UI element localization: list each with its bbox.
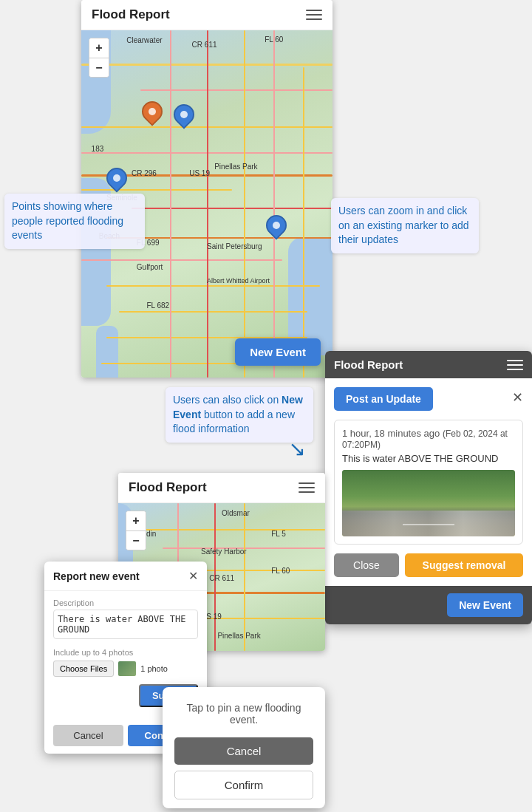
s-label-fl60: FL 60 xyxy=(271,567,290,575)
annotation-new-event-bold: New Event xyxy=(173,394,303,420)
second-zoom-controls[interactable]: + − xyxy=(126,511,146,550)
second-map-header: Flood Report xyxy=(118,473,325,503)
annotation-zoom-text: Users can zoom in and click on an existi… xyxy=(338,205,469,245)
pin-dialog: Tap to pin a new flooding event. Cancel … xyxy=(163,687,325,808)
map-label-cr296: CR 296 xyxy=(132,169,157,177)
annotation-points-text: Points showing where people reported flo… xyxy=(12,200,123,241)
post-update-button[interactable]: Post an Update xyxy=(334,387,433,411)
annotation-new-event-text: Users can also click on New Event button… xyxy=(173,394,303,434)
include-photos-label: Include up to 4 photos xyxy=(53,648,198,657)
flood-popup-header: Flood Report xyxy=(325,351,532,378)
main-map-title: Flood Report xyxy=(92,7,170,22)
flood-popup-close-icon[interactable]: ✕ xyxy=(512,389,523,406)
marker-2[interactable] xyxy=(142,101,163,128)
map-label-stpete: Saint Petersburg xyxy=(207,242,262,250)
popup-new-event-button[interactable]: New Event xyxy=(447,593,523,617)
annotation-points: Points showing where people reported flo… xyxy=(4,194,145,249)
main-map-menu-icon[interactable] xyxy=(306,10,322,20)
zoom-in-button[interactable]: + xyxy=(89,38,109,58)
event-card: 1 hour, 18 minutes ago (Feb 02, 2024 at … xyxy=(334,420,523,545)
new-event-button[interactable]: New Event xyxy=(235,338,321,366)
map-label-cr611: CR 611 xyxy=(192,41,217,49)
annotation-new-event: Users can also click on New Event button… xyxy=(166,387,313,443)
choose-files-button[interactable]: Choose Files xyxy=(53,661,114,677)
map-label-airport: Albert Whitted Airport xyxy=(207,277,270,284)
s-label-cr611: CR 611 xyxy=(209,574,234,582)
report-form-title: Report new event xyxy=(53,570,140,582)
tap-to-pin-text: Tap to pin a new flooding event. xyxy=(174,702,313,726)
file-upload-row: Choose Files 1 photo xyxy=(53,661,198,677)
popup-new-event-bar: New Event xyxy=(325,586,532,624)
report-form-close-icon[interactable]: ✕ xyxy=(188,569,198,583)
report-form-header: Report new event ✕ xyxy=(44,562,207,591)
marker-1[interactable] xyxy=(174,104,194,131)
pin-confirm-button[interactable]: Confirm xyxy=(174,771,313,799)
map-label-fl682: FL 682 xyxy=(146,301,169,310)
description-textarea[interactable]: There is water ABOVE THE GROUND xyxy=(53,610,198,639)
main-map-panel: Flood Report xyxy=(81,0,332,378)
pin-cancel-button[interactable]: Cancel xyxy=(174,737,313,765)
second-zoom-in-button[interactable]: + xyxy=(126,511,146,530)
event-time: 1 hour, 18 minutes ago (Feb 02, 2024 at … xyxy=(342,428,515,450)
description-label: Description xyxy=(53,598,198,607)
map-label-fl60: FL 60 xyxy=(265,35,283,44)
map-label-clearwater: Clearwater xyxy=(126,36,162,44)
event-photo xyxy=(342,470,515,536)
s-label-fl5: FL 5 xyxy=(271,530,286,538)
form-cancel-button[interactable]: Cancel xyxy=(53,725,123,746)
event-description: This is water ABOVE THE GROUND xyxy=(342,453,515,464)
marker-3[interactable] xyxy=(106,168,127,194)
suggest-removal-button[interactable]: Suggest removal xyxy=(405,553,523,577)
map-label-183: 183 xyxy=(92,145,104,153)
second-map-title: Flood Report xyxy=(129,480,207,495)
close-button[interactable]: Close xyxy=(334,553,399,577)
marker-4[interactable] xyxy=(266,215,287,242)
zoom-controls[interactable]: + − xyxy=(89,38,109,78)
pin-dialog-body: Tap to pin a new flooding event. Cancel … xyxy=(163,687,325,808)
flood-popup-title: Flood Report xyxy=(334,358,403,371)
flood-popup-body: Post an Update ✕ 1 hour, 18 minutes ago … xyxy=(325,378,532,586)
second-map-menu-icon[interactable] xyxy=(299,482,315,493)
second-zoom-out-button[interactable]: − xyxy=(126,530,146,550)
photo-count: 1 photo xyxy=(140,664,168,673)
annotation-zoom: Users can zoom in and click on an existi… xyxy=(331,198,479,253)
popup-actions: Close Suggest removal xyxy=(334,553,523,577)
flood-popup: Flood Report Post an Update ✕ 1 hour, 18… xyxy=(325,351,532,624)
zoom-out-button[interactable]: − xyxy=(89,58,109,77)
map-label-us19: US 19 xyxy=(189,169,210,177)
flood-popup-menu-icon[interactable] xyxy=(507,360,523,370)
s-label-pinellas: Pinellas Park xyxy=(217,632,260,640)
s-label-oldsmar: Oldsmar xyxy=(222,509,250,517)
s-label-safety: Safety Harbor xyxy=(201,547,247,556)
map-label-pinellas-park: Pinellas Park xyxy=(214,163,257,171)
main-map-header: Flood Report xyxy=(81,0,332,30)
map-label-gulfport: Gulfport xyxy=(137,263,163,271)
photo-thumbnail xyxy=(118,661,136,676)
